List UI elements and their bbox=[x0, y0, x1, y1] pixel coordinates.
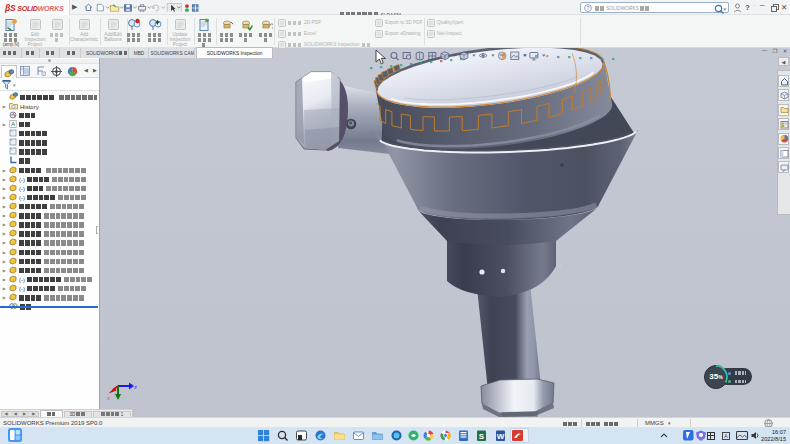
svg-text:?: ? bbox=[586, 5, 589, 11]
svg-text:x: x bbox=[107, 395, 110, 401]
svg-text:A: A bbox=[11, 121, 15, 127]
svg-text:z: z bbox=[134, 384, 137, 390]
svg-text:W: W bbox=[497, 432, 505, 441]
svg-text:S: S bbox=[479, 432, 485, 441]
